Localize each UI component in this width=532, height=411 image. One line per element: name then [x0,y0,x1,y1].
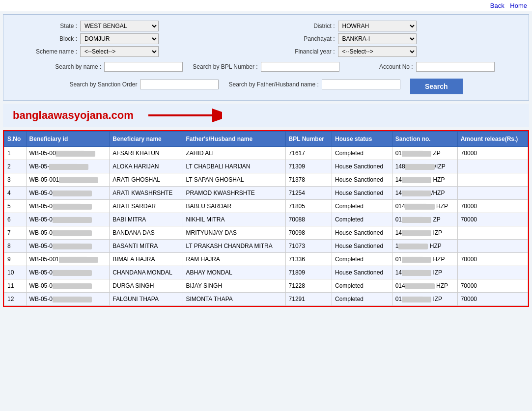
table-row[interactable]: 4WB-05-0████████ARATI KWASHRSHTEPRAMOD K… [4,187,528,200]
table-row[interactable]: 7WB-05-0████████BANDANA DASMRITYUNJAY DA… [4,226,528,240]
cell-amount: 70000 [457,253,528,266]
state-label: State : [13,23,77,29]
table-header-row: S.No Beneficiary id Beneficiary name Fat… [4,132,528,147]
cell-bpl: 70098 [285,226,332,240]
cell-father: PRAMOD KWASHRSHTE [183,187,285,200]
cell-father: LT SAPAN GHOSHAL [183,173,285,187]
cell-name: DURGA SINGH [110,279,183,293]
table-row[interactable]: 8WB-05-0████████BASANTI MITRALT PRAKASH … [4,240,528,253]
cell-sanction: 14██████ IZP [392,266,457,279]
district-select[interactable]: HOWRAH [338,21,417,31]
cell-id: WB-05-00████████ [26,147,110,160]
cell-status: Completed [332,253,392,266]
cell-father: NIKHIL MITRA [183,213,285,226]
col-sanction-no: Sanction no. [392,132,457,147]
table-row[interactable]: 12WB-05-0████████FALGUNI THAPASIMONTA TH… [4,293,528,306]
cell-id: WB-05-0████████ [26,279,110,293]
search-name-input[interactable] [104,62,183,72]
panchayat-label: Panchayat : [271,35,335,42]
cell-sanction: 014██████ HZP [392,200,457,213]
search-sanction-input[interactable] [140,80,219,89]
cell-amount [457,240,528,253]
cell-father: LT PRAKASH CHANDRA MITRA [183,240,285,253]
cell-amount: 70000 [457,213,528,226]
col-house-status: House status [332,132,392,147]
cell-sanction: 1██████ HZP [392,240,457,253]
cell-id: WB-05-0████████ [26,293,110,306]
cell-father: BIJAY SINGH [183,279,285,293]
cell-name: CHANDANA MONDAL [110,266,183,279]
cell-amount: 70000 [457,147,528,160]
cell-sno: 7 [4,226,27,240]
cell-sanction: 01██████ HZP [392,253,457,266]
results-table-section: S.No Beneficiary id Beneficiary name Fat… [3,130,529,307]
cell-bpl: 71309 [285,160,332,173]
home-link[interactable]: Home [510,2,527,9]
cell-father: LT CHADBALI HARIJAN [183,160,285,173]
cell-sanction: 14██████ IZP [392,226,457,240]
table-row[interactable]: 5WB-05-0████████ARATI SARDARBABLU SARDAR… [4,200,528,213]
search-father-input[interactable] [322,80,400,89]
cell-name: ARATI GHOSHAL [110,173,183,187]
results-table: S.No Beneficiary id Beneficiary name Fat… [4,131,528,306]
table-row[interactable]: 1WB-05-00████████AFSARI KHATUNZAHID ALI7… [4,147,528,160]
cell-id: WB-05-001████████ [26,253,110,266]
cell-bpl: 71805 [285,200,332,213]
cell-amount: 70000 [457,200,528,213]
cell-sanction: 01██████ ZP [392,213,457,226]
cell-id: WB-05-0████████ [26,187,110,200]
cell-id: WB-05-████████ [26,160,110,173]
cell-father: RAM HAJRA [183,253,285,266]
account-no-label: Account No : [349,63,413,70]
cell-name: BABI MITRA [110,213,183,226]
table-row[interactable]: 9WB-05-001████████BIMALA HAJRARAM HAJRA7… [4,253,528,266]
cell-status: Completed [332,200,392,213]
col-beneficiary-id: Beneficiary id [26,132,110,147]
cell-sno: 1 [4,147,27,160]
watermark-text: banglaawasyojana.com [13,109,134,122]
table-row[interactable]: 6WB-05-0████████BABI MITRANIKHIL MITRA70… [4,213,528,226]
cell-status: House Sanctioned [332,266,392,279]
scheme-label: Scheme name : [13,48,77,55]
search-father-label: Search by Father/Husband name : [228,81,318,88]
col-bpl-number: BPL Number [285,132,332,147]
cell-bpl: 71073 [285,240,332,253]
table-row[interactable]: 2WB-05-████████ALOKA HARIJANLT CHADBALI … [4,160,528,173]
cell-status: House Sanctioned [332,173,392,187]
cell-sno: 12 [4,293,27,306]
cell-name: ARATI SARDAR [110,200,183,213]
search-button[interactable]: Search [410,79,463,94]
cell-sno: 11 [4,279,27,293]
cell-amount: 70000 [457,279,528,293]
account-no-input[interactable] [416,62,495,72]
cell-id: WB-05-0████████ [26,200,110,213]
table-row[interactable]: 3WB-05-001████████ARATI GHOSHALLT SAPAN … [4,173,528,187]
scheme-select[interactable]: <--Select--> [80,46,159,57]
col-amount-release: Amount release(Rs.) [457,132,528,147]
cell-name: AFSARI KHATUN [110,147,183,160]
table-row[interactable]: 11WB-05-0████████DURGA SINGHBIJAY SINGH7… [4,279,528,293]
cell-status: House Sanctioned [332,240,392,253]
cell-father: ZAHID ALI [183,147,285,160]
cell-amount: 70000 [457,293,528,306]
cell-bpl: 71291 [285,293,332,306]
cell-status: Completed [332,293,392,306]
cell-sanction: 014██████ HZP [392,279,457,293]
cell-status: House Sanctioned [332,160,392,173]
search-bpl-input[interactable] [261,62,339,72]
cell-name: BIMALA HAJRA [110,253,183,266]
cell-sno: 3 [4,173,27,187]
cell-name: ARATI KWASHRSHTE [110,187,183,200]
panchayat-select[interactable]: BANKRA-I [338,33,417,44]
cell-sno: 10 [4,266,27,279]
arrow-icon [143,106,222,125]
search-bpl-label: Search by BPL Number : [193,63,257,70]
district-label: District : [271,23,335,29]
back-link[interactable]: Back [490,2,504,9]
table-row[interactable]: 10WB-05-0████████CHANDANA MONDALABHAY MO… [4,266,528,279]
cell-sno: 4 [4,187,27,200]
financial-year-select[interactable]: <--Select--> [338,46,417,57]
cell-sno: 2 [4,160,27,173]
state-select[interactable]: WEST BENGAL [80,21,159,31]
block-select[interactable]: DOMJUR [80,33,159,44]
